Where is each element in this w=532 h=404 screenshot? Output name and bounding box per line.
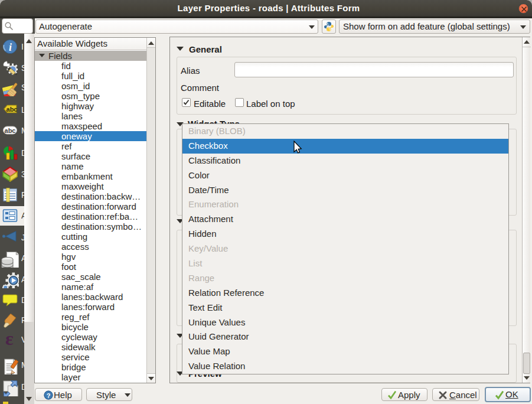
svg-text:i: i — [9, 41, 12, 53]
svg-text:abc: abc — [6, 106, 17, 113]
svg-text:abc: abc — [5, 127, 16, 134]
svg-text:?: ? — [47, 392, 51, 399]
svg-text:ε: ε — [5, 330, 14, 348]
